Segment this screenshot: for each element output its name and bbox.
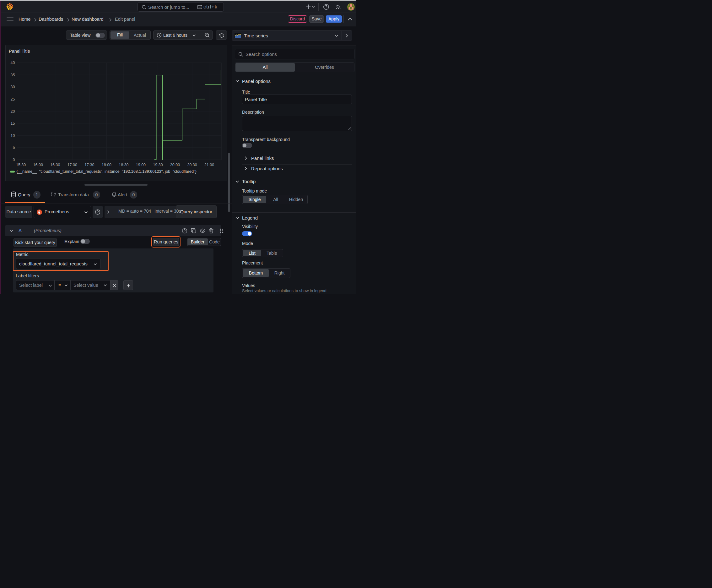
svg-text:19:30: 19:30 — [153, 163, 163, 167]
svg-text:20: 20 — [11, 109, 15, 114]
svg-text:21:00: 21:00 — [204, 163, 214, 167]
svg-text:35: 35 — [11, 73, 15, 77]
svg-text:5: 5 — [13, 145, 15, 150]
svg-text:16:30: 16:30 — [50, 163, 60, 167]
svg-text:18:00: 18:00 — [102, 163, 111, 167]
svg-text:15: 15 — [11, 121, 15, 126]
svg-text:20:30: 20:30 — [187, 163, 197, 167]
svg-text:18:30: 18:30 — [118, 163, 128, 167]
svg-text:17:00: 17:00 — [67, 163, 77, 167]
svg-text:30: 30 — [11, 85, 15, 89]
svg-text:16:00: 16:00 — [33, 163, 43, 167]
svg-text:15:30: 15:30 — [16, 163, 26, 167]
svg-text:0: 0 — [13, 158, 15, 162]
svg-text:17:30: 17:30 — [84, 163, 94, 167]
svg-text:10: 10 — [11, 133, 15, 138]
svg-text:{__name__="cloudflared_tunnel_: {__name__="cloudflared_tunnel_total_requ… — [17, 169, 197, 174]
svg-text:19:00: 19:00 — [136, 163, 146, 167]
svg-text:20:00: 20:00 — [170, 163, 180, 167]
svg-text:40: 40 — [11, 61, 15, 65]
svg-text:25: 25 — [11, 97, 15, 102]
